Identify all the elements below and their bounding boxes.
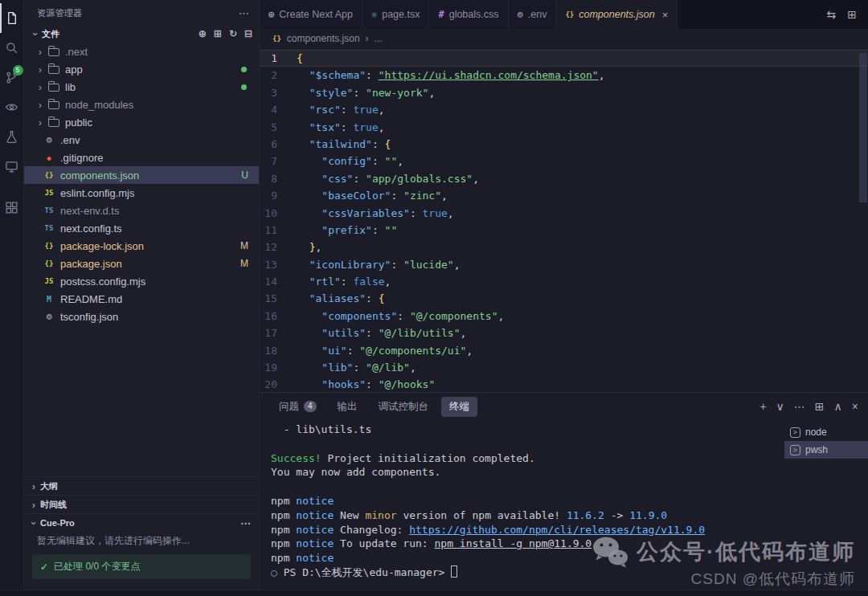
line-number[interactable]: 2: [260, 67, 297, 84]
code-line[interactable]: 7 "config": "",: [260, 153, 868, 169]
refresh-explorer-icon[interactable]: ↻: [229, 28, 237, 39]
eye-icon[interactable]: [0, 92, 24, 122]
code-line[interactable]: 1{: [260, 50, 868, 67]
code-line[interactable]: 12 },: [260, 239, 868, 255]
editor-tab[interactable]: ⚛page.tsx: [362, 0, 430, 29]
line-number[interactable]: 18: [260, 342, 297, 359]
collapse-folders-icon[interactable]: ⊟: [244, 28, 252, 39]
file-tree-item[interactable]: TSnext-env.d.ts: [24, 202, 259, 219]
line-number[interactable]: 5: [260, 119, 297, 136]
source-control-icon[interactable]: 5: [0, 63, 24, 92]
line-number[interactable]: 12: [260, 239, 297, 255]
maximize-panel-icon[interactable]: ∧: [834, 400, 842, 413]
cuepro-more-icon[interactable]: ⋯: [240, 517, 251, 529]
monitor-icon[interactable]: [0, 152, 24, 182]
code-line[interactable]: 10 "cssVariables": true,: [260, 205, 868, 222]
file-tree-item[interactable]: {}package.jsonM: [24, 255, 259, 272]
file-tree-item[interactable]: ›node_modules: [24, 96, 259, 113]
panel-tab[interactable]: 终端: [441, 397, 477, 417]
new-terminal-icon[interactable]: +: [760, 400, 766, 413]
line-number[interactable]: 15: [260, 290, 297, 307]
line-number[interactable]: 3: [260, 84, 297, 101]
line-number[interactable]: 16: [260, 308, 297, 325]
search-icon[interactable]: [0, 33, 24, 63]
file-tree-item[interactable]: {}components.jsonU: [24, 166, 259, 184]
testing-icon[interactable]: [0, 122, 24, 152]
editor-tab[interactable]: ⚙.env: [509, 0, 557, 29]
panel-tab[interactable]: 问题4: [271, 397, 325, 417]
editor-tab[interactable]: #globals.css: [429, 0, 508, 29]
file-tree-item[interactable]: ◆.gitignore: [24, 149, 259, 166]
panel-tab[interactable]: 输出: [330, 397, 366, 417]
file-tree-item[interactable]: ⚙tsconfig.json: [24, 308, 259, 325]
file-tree-item[interactable]: ›app: [24, 60, 259, 78]
terminal-link[interactable]: https://github.com/npm/cli/releases/tag/…: [409, 524, 705, 536]
code-line[interactable]: 15 "aliases": {: [260, 290, 868, 307]
terminal-profile-item[interactable]: >pwsh: [784, 441, 868, 459]
close-panel-icon[interactable]: ×: [852, 400, 858, 413]
line-number[interactable]: 11: [260, 222, 297, 239]
line-number[interactable]: 17: [260, 325, 297, 341]
editor-tab[interactable]: {}components.json×: [556, 0, 678, 29]
terminal-link[interactable]: npm install -g npm@11.9.0: [435, 537, 592, 549]
code-line[interactable]: 5 "tsx": true,: [260, 119, 868, 136]
file-tree-item[interactable]: JSeslint.config.mjs: [24, 184, 259, 202]
line-number[interactable]: 13: [260, 256, 297, 273]
code-editor[interactable]: 1{2 "$schema": "https://ui.shadcn.com/sc…: [260, 48, 868, 392]
code-line[interactable]: 14 "rtl": false,: [260, 273, 868, 290]
line-number[interactable]: 10: [260, 205, 297, 222]
line-number[interactable]: 6: [260, 136, 297, 153]
file-tree-item[interactable]: TSnext.config.ts: [24, 219, 259, 237]
line-number[interactable]: 4: [260, 101, 297, 118]
code-line[interactable]: 20 "hooks": "@/hooks": [260, 376, 868, 392]
code-line[interactable]: 6 "tailwind": {: [260, 136, 868, 153]
outline-section-header[interactable]: › 大纲: [24, 476, 259, 495]
breadcrumb-more[interactable]: ...: [375, 33, 383, 44]
line-number[interactable]: 9: [260, 187, 297, 204]
terminal-profile-item[interactable]: >node: [784, 423, 868, 441]
line-number[interactable]: 19: [260, 359, 297, 376]
new-file-icon[interactable]: ⊕: [199, 28, 207, 39]
line-number[interactable]: 14: [260, 273, 297, 290]
code-line[interactable]: 8 "css": "app/globals.css",: [260, 170, 868, 187]
timeline-section-header[interactable]: › 时间线: [24, 495, 259, 513]
grid-icon[interactable]: [0, 193, 24, 222]
terminal-profile-dropdown-icon[interactable]: ∨: [776, 400, 784, 413]
cuepro-section-header[interactable]: › Cue-Pro ⋯: [24, 513, 259, 532]
code-line[interactable]: 18 "ui": "@/components/ui",: [260, 342, 868, 359]
file-tree-item[interactable]: ⚙.env: [24, 131, 259, 149]
editor-tab[interactable]: ⊕Create Next App: [260, 0, 362, 29]
line-number[interactable]: 1: [260, 50, 297, 67]
panel-more-icon[interactable]: ⋯: [794, 400, 805, 413]
split-terminal-icon[interactable]: ⊞: [815, 400, 825, 413]
split-editor-icon[interactable]: ⊞: [847, 8, 857, 21]
close-icon[interactable]: ×: [662, 9, 669, 21]
file-tree-item[interactable]: MREADME.md: [24, 290, 259, 308]
code-line[interactable]: 9 "baseColor": "zinc",: [260, 187, 868, 204]
code-line[interactable]: 17 "utils": "@/lib/utils",: [260, 325, 868, 341]
breadcrumb-file[interactable]: components.json: [287, 33, 360, 44]
file-tree-item[interactable]: ›public: [24, 113, 259, 131]
panel-tab[interactable]: 调试控制台: [371, 397, 437, 417]
code-line[interactable]: 19 "lib": "@/lib",: [260, 359, 868, 376]
code-line[interactable]: 4 "rsc": true,: [260, 101, 868, 118]
new-folder-icon[interactable]: ⊞: [214, 28, 222, 39]
file-tree-item[interactable]: ›lib: [24, 78, 259, 96]
file-tree-item[interactable]: {}package-lock.jsonM: [24, 237, 259, 255]
files-section-header[interactable]: › 文件 ⊕ ⊞ ↻ ⊟: [24, 25, 259, 43]
code-line[interactable]: 11 "prefix": "": [260, 222, 868, 239]
code-line[interactable]: 3 "style": "new-york",: [260, 84, 868, 101]
more-actions-icon[interactable]: ⋯: [239, 7, 249, 19]
open-changes-icon[interactable]: ⇆: [827, 8, 837, 21]
file-tree-item[interactable]: ›.next: [24, 43, 259, 60]
line-number[interactable]: 20: [260, 376, 297, 392]
code-line[interactable]: 2 "$schema": "https://ui.shadcn.com/sche…: [260, 67, 868, 84]
line-number[interactable]: 8: [260, 170, 297, 187]
cuepro-processed-status[interactable]: ✓ 已处理 0/0 个变更点: [32, 554, 251, 579]
line-number[interactable]: 7: [260, 153, 297, 169]
editor-scrollbar[interactable]: [859, 53, 867, 202]
code-line[interactable]: 16 "components": "@/components",: [260, 308, 868, 325]
terminal-output[interactable]: - lib\utils.tsSuccess! Project initializ…: [260, 420, 784, 590]
code-line[interactable]: 13 "iconLibrary": "lucide",: [260, 256, 868, 273]
explorer-icon[interactable]: [0, 3, 24, 33]
